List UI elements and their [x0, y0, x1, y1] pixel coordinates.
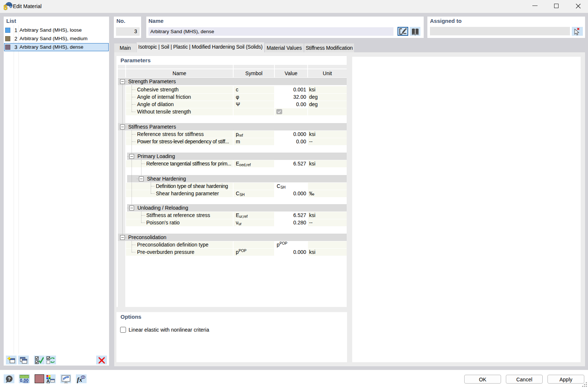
svg-text:?: ? — [8, 376, 11, 382]
svg-text:0,00: 0,00 — [20, 378, 29, 383]
svg-text:6: 6 — [4, 3, 8, 11]
svg-text:A: A — [46, 378, 50, 384]
